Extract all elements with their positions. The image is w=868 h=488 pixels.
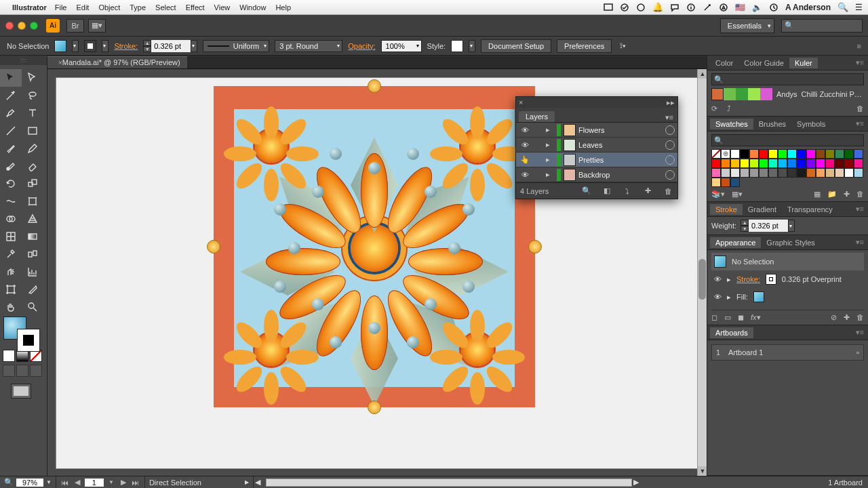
scale-tool[interactable] bbox=[22, 175, 43, 192]
appearance-item-nosel[interactable]: No Selection bbox=[711, 253, 864, 270]
swatch-cell[interactable] bbox=[816, 168, 825, 178]
control-menu-icon[interactable]: ≡ bbox=[857, 42, 861, 50]
swatch-cell[interactable] bbox=[854, 149, 863, 159]
swatch-options-icon[interactable]: ▦ bbox=[814, 190, 821, 199]
close-window-button[interactable] bbox=[5, 22, 14, 30]
collapse-panel-icon[interactable]: ▸▸ bbox=[667, 98, 675, 107]
pencil-tool[interactable] bbox=[22, 140, 43, 157]
visibility-icon[interactable]: 👁 bbox=[519, 126, 531, 134]
brush-dropdown[interactable]: 3 pt. Round bbox=[275, 40, 342, 52]
rotate-tool[interactable] bbox=[0, 175, 22, 192]
menu-extras-icon[interactable]: ☰ bbox=[855, 3, 863, 12]
opacity-field[interactable]: 100% bbox=[381, 40, 422, 52]
stroke-swatch[interactable] bbox=[84, 40, 96, 52]
layer-name[interactable]: Pretties bbox=[578, 156, 663, 164]
blob-brush-tool[interactable] bbox=[0, 157, 22, 175]
draw-behind-button[interactable] bbox=[16, 365, 28, 377]
swatch-cell[interactable] bbox=[797, 159, 806, 168]
menu-effect[interactable]: Effect bbox=[186, 3, 205, 12]
direct-selection-tool[interactable] bbox=[22, 69, 43, 87]
swatch-cell[interactable] bbox=[806, 168, 816, 178]
weight-field[interactable]: 0.326 pt bbox=[749, 220, 788, 232]
swatch-cell[interactable] bbox=[721, 149, 730, 159]
info-icon[interactable] bbox=[686, 3, 696, 12]
swatch-libraries-icon[interactable]: 📚▾ bbox=[711, 190, 725, 199]
swatch-cell[interactable] bbox=[835, 159, 844, 168]
hand-tool[interactable] bbox=[0, 298, 22, 316]
tab-kuler[interactable]: Kuler bbox=[789, 58, 818, 68]
stroke-color-swatch[interactable] bbox=[766, 274, 776, 285]
swatch-kinds-icon[interactable]: ▦▾ bbox=[732, 190, 743, 199]
sync-icon[interactable] bbox=[620, 3, 629, 12]
lasso-tool[interactable] bbox=[22, 87, 43, 104]
selection-handle[interactable] bbox=[368, 79, 381, 93]
swatch-cell[interactable] bbox=[797, 149, 806, 159]
disclosure-icon[interactable]: ▸ bbox=[546, 155, 554, 164]
shape-builder-tool[interactable] bbox=[0, 210, 22, 228]
make-clip-mask-icon[interactable]: ◧ bbox=[601, 186, 612, 195]
layer-name[interactable]: Backdrop bbox=[578, 171, 663, 179]
delete-layer-icon[interactable]: 🗑 bbox=[663, 187, 673, 195]
kuler-chip[interactable] bbox=[760, 88, 772, 100]
swatch-cell[interactable] bbox=[740, 168, 749, 178]
visibility-icon[interactable]: 👁 bbox=[519, 171, 531, 179]
swatch-cell[interactable] bbox=[816, 159, 825, 168]
visibility-icon[interactable]: 👁 bbox=[714, 275, 722, 283]
swatch-cell[interactable] bbox=[787, 168, 797, 178]
align-to-button[interactable]: ⟟▾ bbox=[620, 41, 626, 50]
gradient-mode-button[interactable] bbox=[16, 350, 28, 362]
swatch-cell[interactable] bbox=[721, 159, 730, 168]
target-icon[interactable] bbox=[665, 155, 675, 165]
tab-brushes[interactable]: Brushes bbox=[753, 119, 791, 129]
cc-icon[interactable] bbox=[636, 3, 646, 12]
appearance-item-stroke[interactable]: 👁 ▸ Stroke: 0.326 pt Overprint bbox=[711, 270, 864, 288]
swatch-cell[interactable] bbox=[844, 168, 854, 178]
swatch-cell[interactable] bbox=[759, 159, 768, 168]
spotlight-icon[interactable]: 🔍 bbox=[837, 2, 848, 12]
fill-color-swatch[interactable] bbox=[753, 291, 764, 302]
swatch-cell[interactable] bbox=[721, 178, 730, 187]
menu-edit[interactable]: Edit bbox=[76, 3, 89, 12]
swatch-cell[interactable] bbox=[740, 159, 749, 168]
none-mode-button[interactable] bbox=[30, 350, 42, 362]
add-effect-icon[interactable]: fx▾ bbox=[751, 313, 761, 322]
gradient-tool[interactable] bbox=[22, 228, 43, 245]
page-field[interactable]: 1 bbox=[85, 479, 104, 487]
swatch-cell[interactable] bbox=[787, 149, 797, 159]
tab-artboards[interactable]: Artboards bbox=[710, 327, 753, 338]
layer-name[interactable]: Flowers bbox=[578, 126, 663, 134]
free-transform-tool[interactable] bbox=[22, 192, 43, 210]
layers-tab[interactable]: Layers bbox=[519, 111, 555, 122]
zoom-window-button[interactable] bbox=[30, 22, 38, 30]
user-menu[interactable]: A Anderson bbox=[785, 3, 831, 12]
disclosure-icon[interactable]: ▸ bbox=[546, 170, 554, 179]
target-icon[interactable] bbox=[665, 140, 675, 150]
zoom-field[interactable]: 97% bbox=[16, 479, 43, 487]
app-menu[interactable]: Illustrator bbox=[12, 3, 47, 12]
swatch-cell[interactable] bbox=[797, 168, 806, 178]
opacity-label[interactable]: Opacity: bbox=[348, 42, 375, 50]
swatch-cell[interactable] bbox=[730, 168, 740, 178]
swatch-cell[interactable] bbox=[778, 149, 787, 159]
workspace-switcher[interactable]: Essentials bbox=[720, 18, 774, 33]
next-page-icon[interactable]: ▶ bbox=[119, 478, 128, 487]
swatch-cell[interactable] bbox=[806, 159, 816, 168]
stroke-profile-dropdown[interactable]: Uniform bbox=[203, 40, 269, 52]
layer-row[interactable]: 👆 ▸ Pretties bbox=[516, 152, 677, 167]
blend-tool[interactable] bbox=[22, 245, 43, 263]
tab-color-guide[interactable]: Color Guide bbox=[738, 58, 789, 68]
swatch-cell[interactable] bbox=[768, 159, 778, 168]
stroke-label[interactable]: Stroke: bbox=[114, 42, 138, 50]
swatch-cell[interactable] bbox=[768, 168, 778, 178]
document-setup-button[interactable]: Document Setup bbox=[481, 39, 551, 53]
slice-tool[interactable] bbox=[22, 281, 43, 298]
color-mode-button[interactable] bbox=[3, 350, 15, 362]
visibility-icon[interactable]: 👁 bbox=[714, 293, 722, 301]
stroke-menu-icon[interactable]: ▾≡ bbox=[852, 205, 868, 214]
last-page-icon[interactable]: ⏭ bbox=[131, 479, 140, 487]
artboard-tool[interactable] bbox=[0, 281, 22, 298]
swatch-cell[interactable] bbox=[721, 168, 730, 178]
menu-type[interactable]: Type bbox=[130, 3, 146, 12]
close-panel-icon[interactable]: × bbox=[519, 98, 523, 106]
tab-graphic-styles[interactable]: Graphic Styles bbox=[761, 237, 821, 248]
